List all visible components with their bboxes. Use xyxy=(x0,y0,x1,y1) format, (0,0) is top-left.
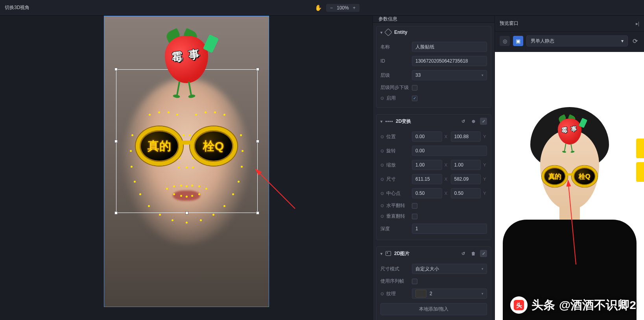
layer-sync-checkbox[interactable] xyxy=(412,85,417,91)
zoom-level: 100% xyxy=(337,5,349,11)
glasses-bridge-icon xyxy=(179,141,194,144)
bbox-handle[interactable] xyxy=(114,211,118,215)
link-icon: ⊙ xyxy=(380,214,384,219)
transform-icon xyxy=(386,121,393,122)
chevron-down-icon[interactable]: ▾ xyxy=(380,30,382,35)
size-x-input[interactable] xyxy=(412,174,442,184)
parameters-header: 参数信息 xyxy=(373,16,495,23)
bbox-handle[interactable] xyxy=(256,140,259,143)
glasses-sticker[interactable]: 真的 栓Q xyxy=(136,126,237,166)
section-title: 2D图片 xyxy=(394,250,410,257)
preview-mode-target-button[interactable]: ◎ xyxy=(500,36,510,46)
top-toolbar: 切换3D视角 ✋ − 100% + xyxy=(0,0,644,16)
zoom-out-button[interactable]: − xyxy=(328,5,334,11)
preview-viewport[interactable]: 霉 事 真的 栓Q xyxy=(495,52,644,320)
chevron-down-icon: ▾ xyxy=(482,73,483,77)
entity-icon xyxy=(384,28,392,36)
check-icon[interactable]: ✓ xyxy=(480,250,487,257)
center-x-input[interactable] xyxy=(412,188,442,198)
pos-x-input[interactable] xyxy=(412,131,442,142)
trash-icon[interactable]: 🗑 xyxy=(470,250,477,257)
link-icon: ⊙ xyxy=(380,163,384,168)
check-icon[interactable]: ✓ xyxy=(480,118,487,125)
section-title: Entity xyxy=(394,30,407,35)
flip-h-checkbox[interactable] xyxy=(412,203,417,209)
section-title: 2D变换 xyxy=(396,118,411,125)
entity-name-input[interactable] xyxy=(412,42,487,52)
strawberry-sticker[interactable]: 霉 事 xyxy=(161,28,212,95)
texture-select[interactable]: 2 ▾ xyxy=(412,289,487,299)
enable-checkbox[interactable]: ✓ xyxy=(412,96,417,101)
entity-id-input[interactable] xyxy=(412,56,487,66)
link-icon[interactable]: ⊕ xyxy=(470,118,477,125)
link-icon: ⊙ xyxy=(380,203,384,208)
zoom-in-button[interactable]: + xyxy=(351,5,357,11)
pos-y-input[interactable] xyxy=(451,131,481,142)
parameters-panel: 参数信息 ▾ Entity 名称 ID 层级 xyxy=(373,16,495,320)
collapse-icon[interactable]: ▸| xyxy=(636,21,639,26)
svg-line-1 xyxy=(568,180,576,265)
chevron-down-icon: ▾ xyxy=(482,267,483,271)
bbox-handle[interactable] xyxy=(185,211,188,215)
link-icon: ⊙ xyxy=(380,148,384,154)
entity-layer-select[interactable]: 33 ▾ xyxy=(412,70,487,80)
refresh-icon[interactable]: ⟳ xyxy=(631,36,639,46)
preview-strawberry-sticker: 霉 事 xyxy=(555,114,584,151)
chevron-down-icon: ▾ xyxy=(621,38,624,44)
link-icon: ⊙ xyxy=(380,291,384,296)
size-y-input[interactable] xyxy=(451,174,481,184)
canvas-frame[interactable]: 霉 事 真的 栓Q xyxy=(104,16,269,307)
scale-y-input[interactable] xyxy=(451,160,481,170)
link-icon: ⊙ xyxy=(380,96,384,101)
section-2d-image: ▾ 2D图片 ↺ 🗑 ✓ 尺寸模式 自定义大小 ▾ xyxy=(376,246,491,320)
reset-icon[interactable]: ↺ xyxy=(459,250,467,257)
preview-panel: 预览窗口 ▸| ◎ ▣ 男单人静态 ▾ ⟳ xyxy=(495,16,644,320)
glasses-left-lens: 真的 xyxy=(136,126,183,166)
chevron-down-icon: ▾ xyxy=(482,292,483,296)
side-tab[interactable] xyxy=(636,162,644,182)
center-y-input[interactable] xyxy=(451,188,481,198)
svg-line-0 xyxy=(256,169,295,209)
section-2d-transform: ▾ 2D变换 ↺ ⊕ ✓ ⊙位置 X Y ⊙旋转 xyxy=(376,114,491,240)
strawberry-leg-icon xyxy=(176,81,180,96)
add-texture-button[interactable]: 本地添加/拖入 xyxy=(380,303,487,315)
flip-v-checkbox[interactable] xyxy=(412,214,417,219)
canvas-area[interactable]: 霉 事 真的 栓Q xyxy=(0,16,373,320)
zoom-control[interactable]: − 100% + xyxy=(326,4,360,12)
annotation-arrow xyxy=(564,178,592,270)
sequence-checkbox[interactable] xyxy=(412,279,417,284)
image-icon xyxy=(386,251,391,256)
link-icon: ⊙ xyxy=(380,191,384,196)
side-tab[interactable] xyxy=(636,139,644,158)
toggle-3d-button[interactable]: 切换3D视角 xyxy=(5,4,30,11)
bbox-handle[interactable] xyxy=(114,68,118,71)
link-icon: ⊙ xyxy=(380,177,384,182)
strawberry-leg-icon xyxy=(188,81,192,96)
depth-input[interactable] xyxy=(412,224,487,234)
rotation-input[interactable] xyxy=(412,146,487,156)
section-entity: ▾ Entity 名称 ID 层级 33 xyxy=(376,26,491,108)
scale-x-input[interactable] xyxy=(412,160,442,170)
chevron-down-icon[interactable]: ▾ xyxy=(380,119,382,124)
link-icon: ⊙ xyxy=(380,134,384,139)
chevron-down-icon[interactable]: ▾ xyxy=(380,252,382,256)
bbox-handle[interactable] xyxy=(256,68,259,71)
pan-tool-icon[interactable]: ✋ xyxy=(315,4,322,11)
annotation-arrow xyxy=(252,165,299,214)
bbox-handle[interactable] xyxy=(114,140,118,143)
preview-title: 预览窗口 xyxy=(500,20,519,27)
preview-preset-select[interactable]: 男单人静态 ▾ xyxy=(526,35,628,46)
reset-icon[interactable]: ↺ xyxy=(459,118,467,125)
texture-preview-icon xyxy=(415,290,426,298)
glasses-right-lens: 栓Q xyxy=(190,126,237,166)
size-mode-select[interactable]: 自定义大小 ▾ xyxy=(412,264,487,274)
preview-mode-camera-button[interactable]: ▣ xyxy=(513,36,523,46)
